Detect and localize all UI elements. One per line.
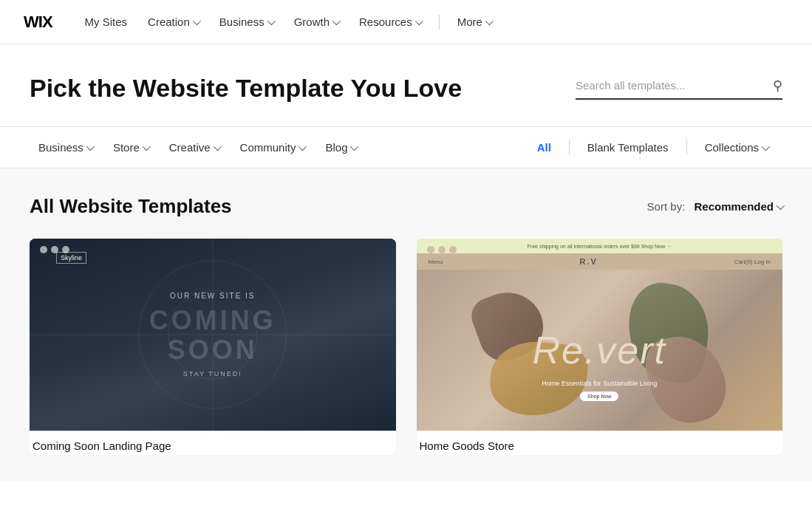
coming-soon-stay: STAY TUNED! xyxy=(149,370,276,377)
navbar-resources[interactable]: Resources xyxy=(350,10,430,34)
filter-blog[interactable]: Blog xyxy=(316,137,365,158)
revert-nav-right: Cart(0) Log In xyxy=(734,259,771,265)
filter-creative[interactable]: Creative xyxy=(160,137,228,158)
chevron-down-icon xyxy=(267,16,275,24)
revert-menu: Menu xyxy=(429,259,443,265)
mini-logo: Skyline xyxy=(56,252,86,264)
navbar-business[interactable]: Business xyxy=(211,10,282,34)
chevron-down-icon xyxy=(332,16,341,24)
template-thumbnail: Free shipping on all international order… xyxy=(417,239,783,431)
filter-business[interactable]: Business xyxy=(30,137,101,158)
navbar-links: My Sites Creation Business Growth Resour… xyxy=(76,10,788,34)
dot-red xyxy=(427,246,434,253)
chevron-down-icon xyxy=(777,201,785,209)
coming-soon-sub: OUR NEW SITE IS xyxy=(149,292,276,300)
window-dots xyxy=(427,246,457,253)
sort-dropdown[interactable]: Sort by: Recommended xyxy=(647,200,782,213)
revert-navbar: Menu R.V Cart(0) Log In xyxy=(417,253,783,270)
hero-title: Pick the Website Template You Love xyxy=(30,74,462,103)
grid-decoration xyxy=(30,239,396,431)
filter-left: Business Store Creative Community Blog xyxy=(30,137,365,158)
template-name: Coming Soon Landing Page xyxy=(30,431,396,455)
template-thumbnail: Skyline OUR NEW SITE IS xyxy=(30,239,396,431)
template-name: Home Goods Store xyxy=(417,431,783,455)
filter-separator xyxy=(569,140,570,155)
filter-all[interactable]: All xyxy=(522,137,566,158)
chevron-down-icon xyxy=(86,142,95,150)
navbar-my-sites[interactable]: My Sites xyxy=(76,10,137,34)
section-title: All Website Templates xyxy=(30,195,232,218)
template-card[interactable]: Free shipping on all international order… xyxy=(417,239,783,455)
wix-logo[interactable]: WIX xyxy=(24,13,52,32)
chevron-down-icon xyxy=(298,142,307,150)
chevron-down-icon xyxy=(193,16,201,24)
template-card[interactable]: Skyline OUR NEW SITE IS xyxy=(30,239,396,455)
chevron-down-icon xyxy=(142,142,150,150)
filter-separator-2 xyxy=(686,140,687,155)
navbar: WIX My Sites Creation Business Growth Re… xyxy=(0,0,812,44)
filter-bar: Business Store Creative Community Blog A… xyxy=(0,127,812,168)
chevron-down-icon xyxy=(414,16,423,24)
revert-brand: R.V xyxy=(579,257,597,266)
filter-store[interactable]: Store xyxy=(104,137,157,158)
filter-right: All Blank Templates Collections xyxy=(522,137,782,158)
filter-collections[interactable]: Collections xyxy=(690,137,782,158)
filter-blank-templates[interactable]: Blank Templates xyxy=(573,137,683,158)
revert-title: Re.vert xyxy=(532,328,666,372)
chevron-down-icon xyxy=(762,142,770,150)
revert-preview: Free shipping on all international order… xyxy=(417,239,783,431)
chevron-down-icon xyxy=(350,142,358,150)
shop-now-button[interactable]: Shop Now xyxy=(580,392,618,401)
dot-red xyxy=(40,246,47,253)
chevron-down-icon xyxy=(213,142,221,150)
search-input[interactable] xyxy=(576,79,773,92)
coming-soon-preview: Skyline OUR NEW SITE IS xyxy=(30,239,396,431)
dot-yellow xyxy=(438,246,446,253)
navbar-growth[interactable]: Growth xyxy=(285,10,347,34)
navbar-more[interactable]: More xyxy=(448,10,500,34)
dot-green xyxy=(449,246,457,253)
main-content: All Website Templates Sort by: Recommend… xyxy=(0,168,812,482)
filter-community[interactable]: Community xyxy=(231,137,314,158)
template-grid: Skyline OUR NEW SITE IS xyxy=(30,239,782,455)
hero-section: Pick the Website Template You Love ⚲ xyxy=(0,44,812,127)
revert-topbar: Free shipping on all international order… xyxy=(417,239,783,253)
search-icon[interactable]: ⚲ xyxy=(773,78,782,94)
chevron-down-icon xyxy=(485,16,494,24)
navbar-creation[interactable]: Creation xyxy=(139,10,208,34)
section-header: All Website Templates Sort by: Recommend… xyxy=(30,195,782,218)
revert-sub: Home Essentials for Sustainable Living S… xyxy=(542,380,657,401)
navbar-divider xyxy=(439,15,440,30)
search-wrapper: ⚲ xyxy=(576,78,782,100)
revert-hero: Re.vert Home Essentials for Sustainable … xyxy=(417,270,783,431)
